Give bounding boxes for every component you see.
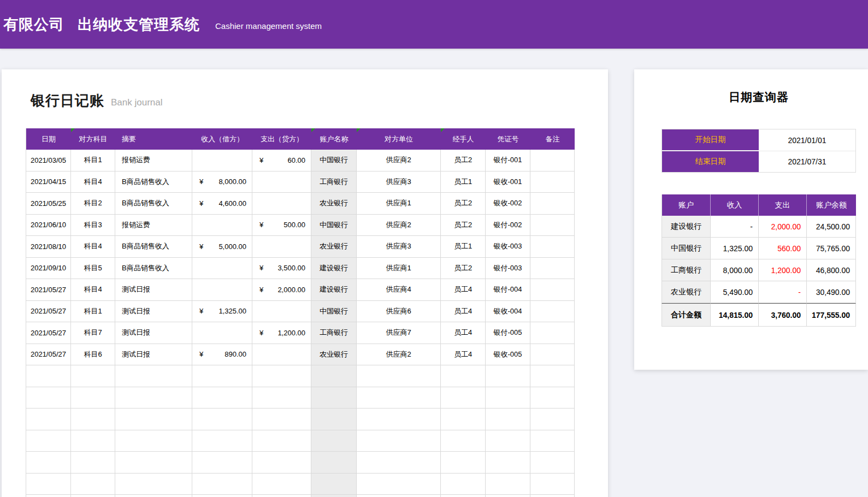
journal-cell-summary[interactable]: B商品销售收入 [115, 236, 192, 258]
journal-empty-cell[interactable] [441, 409, 486, 430]
journal-empty-cell[interactable] [71, 474, 115, 495]
journal-cell-date[interactable]: 2021/05/27 [26, 301, 71, 323]
journal-cell-expense[interactable]: ¥60.00 [252, 150, 311, 171]
journal-cell-income[interactable] [192, 215, 252, 236]
journal-empty-cell[interactable] [441, 430, 486, 452]
journal-cell-subject[interactable]: 科目1 [71, 301, 115, 323]
journal-empty-cell[interactable] [252, 365, 311, 387]
journal-empty-cell[interactable] [71, 495, 115, 497]
journal-cell-date[interactable]: 2021/03/05 [26, 150, 71, 171]
journal-empty-cell[interactable] [192, 430, 252, 452]
journal-cell-voucher[interactable]: 银付-001 [486, 150, 530, 171]
journal-cell-account[interactable]: 农业银行 [311, 193, 357, 215]
journal-cell-handler[interactable]: 员工4 [441, 322, 486, 344]
journal-empty-cell[interactable] [71, 430, 115, 452]
journal-cell-account[interactable]: 建设银行 [311, 279, 357, 301]
journal-cell-handler[interactable]: 员工4 [441, 301, 486, 323]
journal-empty-cell[interactable] [357, 387, 441, 409]
journal-empty-cell[interactable] [486, 452, 530, 474]
journal-cell-income[interactable]: ¥1,325.00 [192, 301, 252, 323]
journal-empty-cell[interactable] [252, 474, 311, 495]
journal-cell-expense[interactable] [252, 236, 311, 258]
journal-empty-cell[interactable] [486, 409, 530, 430]
journal-empty-cell[interactable] [311, 452, 357, 474]
journal-cell-subject[interactable]: 科目2 [71, 193, 115, 215]
journal-empty-cell[interactable] [311, 495, 357, 497]
journal-empty-cell[interactable] [357, 430, 441, 452]
end-date-value[interactable]: 2021/07/31 [759, 151, 855, 172]
journal-cell-income[interactable] [192, 279, 252, 301]
journal-cell-date[interactable]: 2021/05/27 [26, 344, 71, 366]
journal-cell-subject[interactable]: 科目3 [71, 215, 115, 236]
journal-cell-summary[interactable]: B商品销售收入 [115, 171, 192, 193]
journal-cell-note[interactable] [530, 171, 575, 193]
journal-empty-cell[interactable] [192, 452, 252, 474]
journal-cell-counterparty[interactable]: 供应商2 [357, 215, 441, 236]
journal-cell-subject[interactable]: 科目6 [71, 344, 115, 366]
journal-cell-date[interactable]: 2021/04/15 [26, 171, 71, 193]
journal-cell-voucher[interactable]: 银收-002 [486, 193, 530, 215]
journal-empty-cell[interactable] [192, 365, 252, 387]
journal-empty-cell[interactable] [115, 474, 192, 495]
journal-cell-expense[interactable]: ¥1,200.00 [252, 322, 311, 344]
journal-cell-summary[interactable]: 测试日报 [115, 279, 192, 301]
journal-cell-note[interactable] [530, 301, 575, 323]
journal-cell-counterparty[interactable]: 供应商7 [357, 322, 441, 344]
journal-cell-counterparty[interactable]: 供应商2 [357, 150, 441, 171]
journal-cell-account[interactable]: 工商银行 [311, 322, 357, 344]
journal-empty-cell[interactable] [115, 365, 192, 387]
journal-empty-cell[interactable] [357, 495, 441, 497]
journal-empty-cell[interactable] [115, 387, 192, 409]
journal-empty-cell[interactable] [192, 474, 252, 495]
journal-cell-income[interactable]: ¥5,000.00 [192, 236, 252, 258]
journal-cell-expense[interactable] [252, 301, 311, 323]
journal-cell-note[interactable] [530, 344, 575, 366]
journal-empty-cell[interactable] [486, 474, 530, 495]
journal-cell-subject[interactable]: 科目4 [71, 279, 115, 301]
journal-empty-cell[interactable] [26, 365, 71, 387]
journal-empty-cell[interactable] [357, 409, 441, 430]
journal-cell-expense[interactable]: ¥3,500.00 [252, 258, 311, 280]
journal-empty-cell[interactable] [252, 387, 311, 409]
journal-cell-date[interactable]: 2021/05/25 [26, 193, 71, 215]
journal-empty-cell[interactable] [252, 409, 311, 430]
journal-cell-counterparty[interactable]: 供应商3 [357, 171, 441, 193]
journal-cell-voucher[interactable]: 银收-003 [486, 236, 530, 258]
journal-empty-cell[interactable] [115, 430, 192, 452]
journal-empty-cell[interactable] [71, 387, 115, 409]
journal-cell-handler[interactable]: 员工4 [441, 279, 486, 301]
journal-empty-cell[interactable] [530, 452, 575, 474]
journal-empty-cell[interactable] [486, 430, 530, 452]
journal-empty-cell[interactable] [192, 409, 252, 430]
journal-cell-expense[interactable] [252, 193, 311, 215]
journal-empty-cell[interactable] [71, 452, 115, 474]
journal-empty-cell[interactable] [530, 474, 575, 495]
journal-cell-date[interactable]: 2021/05/27 [26, 279, 71, 301]
journal-cell-note[interactable] [530, 193, 575, 215]
journal-cell-subject[interactable]: 科目7 [71, 322, 115, 344]
journal-cell-summary[interactable]: 测试日报 [115, 344, 192, 366]
journal-empty-cell[interactable] [311, 409, 357, 430]
journal-cell-subject[interactable]: 科目4 [71, 171, 115, 193]
journal-cell-counterparty[interactable]: 供应商1 [357, 258, 441, 280]
journal-cell-account[interactable]: 中国银行 [311, 215, 357, 236]
journal-cell-account[interactable]: 农业银行 [311, 344, 357, 366]
journal-empty-cell[interactable] [311, 474, 357, 495]
journal-cell-income[interactable] [192, 150, 252, 171]
journal-empty-cell[interactable] [192, 495, 252, 497]
journal-cell-income[interactable]: ¥4,600.00 [192, 193, 252, 215]
journal-cell-handler[interactable]: 员工1 [441, 171, 486, 193]
journal-cell-voucher[interactable]: 银付-005 [486, 322, 530, 344]
journal-empty-cell[interactable] [441, 452, 486, 474]
journal-cell-date[interactable]: 2021/08/10 [26, 236, 71, 258]
journal-empty-cell[interactable] [115, 452, 192, 474]
journal-empty-cell[interactable] [26, 387, 71, 409]
journal-empty-cell[interactable] [486, 495, 530, 497]
journal-empty-cell[interactable] [486, 387, 530, 409]
journal-cell-handler[interactable]: 员工4 [441, 344, 486, 366]
journal-cell-account[interactable]: 中国银行 [311, 150, 357, 171]
journal-empty-cell[interactable] [530, 365, 575, 387]
journal-cell-voucher[interactable]: 银收-001 [486, 171, 530, 193]
journal-cell-summary[interactable]: 测试日报 [115, 322, 192, 344]
journal-empty-cell[interactable] [311, 430, 357, 452]
